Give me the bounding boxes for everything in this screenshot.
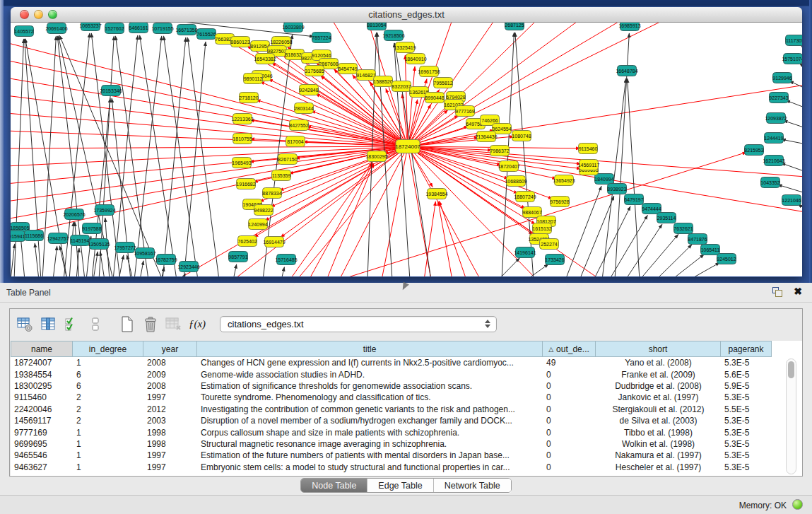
graph-node-teal[interactable]: 3915941 [11, 231, 25, 242]
toggle-rows-button[interactable] [86, 315, 105, 334]
table-cell[interactable]: Tourette syndrome. Phenomenology and cla… [197, 392, 543, 402]
graph-node-teal[interactable]: 8813054 [367, 23, 386, 30]
graph-node-yellow[interactable]: 8878334 [262, 188, 281, 199]
table-cell[interactable]: 1 [73, 462, 143, 472]
tab-edge-table[interactable]: Edge Table [367, 479, 433, 492]
graph-node-teal[interactable]: 9129946 [772, 73, 792, 83]
table-cell[interactable]: 1997 [143, 462, 197, 472]
graph-node-teal[interactable]: 9245012 [717, 254, 736, 264]
table-cell[interactable]: 9777169 [11, 428, 73, 438]
table-cell[interactable]: 9465546 [11, 450, 73, 460]
table-cell[interactable]: Estimation of the future numbers of pati… [197, 450, 543, 460]
graph-node-teal[interactable]: 1244419 [764, 133, 783, 144]
tab-network-table[interactable]: Network Table [433, 479, 511, 492]
graph-node-teal[interactable]: 17957272 [114, 243, 136, 253]
table-cell[interactable]: 1 [73, 450, 143, 460]
graph-node-teal[interactable]: 12093872 [765, 113, 787, 124]
table-row[interactable]: 969969511998Structural magnetic resonanc… [11, 438, 772, 450]
table-cell[interactable]: 1998 [143, 428, 197, 438]
memory-ok-icon[interactable] [792, 499, 803, 510]
table-cell[interactable]: 18300295 [11, 381, 73, 391]
table-row[interactable]: 946554611997Estimation of the future num… [11, 450, 772, 461]
graph-node-yellow[interactable]: 1615132 [532, 223, 551, 234]
graph-node-yellow[interactable]: 18807249 [514, 192, 536, 202]
minimize-window-icon[interactable] [34, 10, 43, 19]
table-cell[interactable]: 0 [543, 450, 596, 460]
graph-node-yellow[interactable]: 16961758 [418, 66, 440, 77]
graph-node-teal[interactable]: 16782759 [155, 255, 177, 265]
graph-node-yellow[interactable]: 9756928 [550, 197, 569, 207]
graph-node-teal[interactable]: 1145194 [71, 235, 90, 246]
table-cell[interactable]: 19384554 [11, 370, 73, 380]
table-cell[interactable]: 5.9E-5 [721, 381, 772, 391]
table-row[interactable]: 911546021997Tourette syndrome. Phenomeno… [11, 392, 772, 403]
table-cell[interactable]: Structural magnetic resonance image aver… [197, 439, 543, 449]
table-cell[interactable]: Wolkin et al. (1998) [596, 439, 721, 449]
table-cell[interactable]: 2012 [143, 404, 197, 414]
table-cell[interactable]: 6 [73, 370, 143, 380]
graph-node-teal[interactable]: 17359924 [93, 205, 115, 216]
graph-node-teal[interactable]: 20153346 [100, 86, 122, 96]
column-header-in-degree[interactable]: in_degree [73, 341, 143, 357]
graph-node-teal[interactable]: 1221046 [782, 195, 801, 206]
column-header-pagerank[interactable]: pagerank [721, 341, 772, 357]
table-cell[interactable]: Corpus callosum shape and size in male p… [197, 428, 543, 438]
table-cell[interactable]: 49 [543, 358, 596, 368]
table-cell[interactable]: de Silva et al. (2003) [596, 416, 721, 426]
graph-node-yellow[interactable]: 8322037 [392, 81, 411, 92]
graph-node-teal[interactable]: 14196141 [514, 247, 536, 258]
graph-node-teal[interactable]: 15751074 [782, 54, 802, 64]
graph-node-teal[interactable]: 7615526 [196, 29, 216, 40]
graph-node-yellow[interactable]: 18720407 [498, 161, 519, 172]
graph-node-yellow[interactable]: 1080748 [512, 131, 531, 141]
graph-node-yellow[interactable]: 9498222 [254, 205, 273, 216]
table-cell[interactable]: Disruption of a novel member of a sodium… [197, 416, 543, 426]
table-cell[interactable]: 2008 [143, 358, 197, 368]
graph-node-yellow[interactable]: 252274 [540, 239, 559, 250]
graph-node-yellow[interactable]: 2803144 [294, 103, 313, 114]
graph-node-teal[interactable]: 9197588 [82, 223, 101, 234]
graph-node-yellow[interactable]: 18640910 [404, 54, 426, 64]
table-cell[interactable]: 14569117 [11, 416, 73, 426]
table-cell[interactable]: 1997 [143, 450, 197, 460]
graph-node-yellow[interactable]: 13654923 [553, 175, 575, 186]
graph-node-yellow[interactable]: 3175685 [305, 66, 324, 76]
table-cell[interactable]: 1998 [143, 439, 197, 449]
graph-node-teal[interactable]: 8938923 [607, 184, 626, 194]
table-cell[interactable]: Tibbo et al. (1998) [596, 428, 721, 438]
graph-node-yellow[interactable]: 1965493 [232, 158, 251, 168]
table-row[interactable]: 977716911998Corpus callosum shape and si… [11, 426, 772, 438]
table-cell[interactable]: Investigating the contribution of common… [197, 404, 543, 414]
graph-node-teal[interactable]: 20206576 [63, 209, 85, 220]
create-column-button[interactable] [118, 315, 136, 334]
table-row[interactable]: 2242004622012Investigating the contribut… [11, 404, 772, 415]
table-row[interactable]: 1456911722003Disruption of a novel membe… [11, 415, 772, 426]
table-cell[interactable]: Nakamura et al. (1997) [596, 450, 721, 460]
window-titlebar[interactable]: citations_edges.txt [11, 7, 802, 23]
table-cell[interactable]: Franke et al. (2009) [596, 370, 721, 380]
graph-node-yellow[interactable]: 18300295 [365, 151, 387, 162]
graph-node-teal[interactable]: 19218506 [382, 30, 404, 41]
graph-node-teal[interactable]: 8215953 [744, 145, 763, 156]
graph-node-teal[interactable]: 8471876 [688, 234, 707, 245]
table-cell[interactable]: 5.3E-5 [721, 416, 772, 426]
table-cell[interactable]: Dudbridge et al. (2008) [596, 381, 721, 391]
close-window-icon[interactable] [20, 10, 29, 19]
table-cell[interactable]: 1997 [143, 392, 197, 402]
table-cell[interactable]: 5.3E-5 [721, 462, 772, 472]
table-cell[interactable]: Stergiakouli et al. (2012) [596, 404, 721, 414]
graph-node-teal[interactable]: 9474444 [642, 204, 661, 214]
graph-node-yellow[interactable]: 13325419 [394, 42, 416, 53]
table-cell[interactable]: 9463627 [11, 462, 73, 472]
graph-node-teal[interactable]: 9857791 [228, 252, 247, 262]
graph-node-teal[interactable]: 16985913 [618, 23, 640, 31]
graph-node-yellow[interactable]: 18724007 [395, 140, 420, 153]
table-cell[interactable]: 5.6E-5 [721, 370, 772, 380]
table-cell[interactable]: 1 [73, 428, 143, 438]
graph-node-yellow[interactable]: 8990448 [425, 93, 444, 103]
graph-node-teal[interactable]: 15716485 [275, 255, 297, 265]
delete-table-button[interactable] [165, 315, 183, 334]
apply-function-button[interactable]: ƒ(x) [188, 315, 206, 334]
network-canvas[interactable]: 1405572206914061065323715276026466161107… [11, 23, 802, 276]
table-cell[interactable]: Changes of HCN gene expression and I(f) … [197, 358, 543, 368]
